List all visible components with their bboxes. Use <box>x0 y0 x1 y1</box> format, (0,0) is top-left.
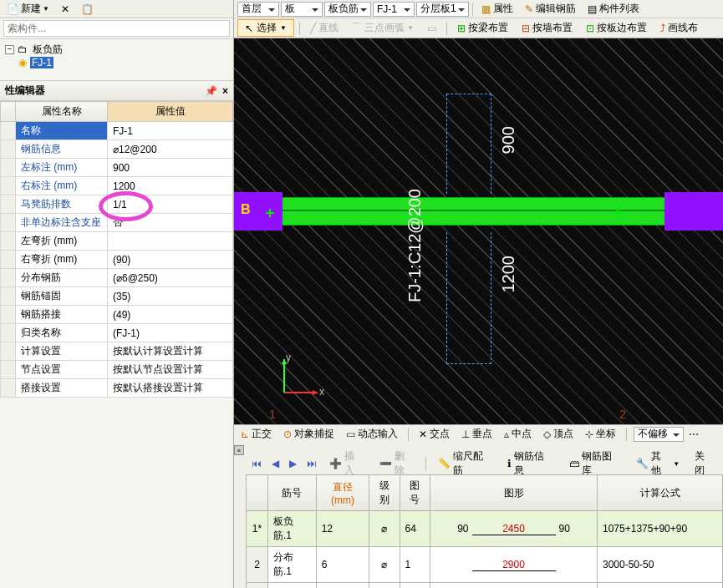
property-value[interactable] <box>108 232 233 251</box>
property-value[interactable]: 按默认节点设置计算 <box>108 361 233 379</box>
property-value[interactable]: 900 <box>108 159 233 177</box>
close-panel-icon[interactable]: × <box>222 85 228 97</box>
osnap-toggle[interactable]: ⊙对象捕捉 <box>280 426 338 442</box>
property-value[interactable]: 按默认计算设置计算 <box>108 342 233 361</box>
property-value[interactable]: FJ-1 <box>108 122 233 140</box>
rebar-info-button[interactable]: ℹ钢筋信息 <box>502 455 558 472</box>
coord-snap[interactable]: ⊹坐标 <box>582 426 619 442</box>
apex-snap[interactable]: ◇顶点 <box>540 426 577 442</box>
delete-button[interactable]: ✕ <box>58 3 73 16</box>
rebar-shape[interactable] <box>430 583 598 589</box>
col-diameter[interactable]: 直径(mm) <box>316 475 369 511</box>
col-rebar-num[interactable]: 筋号 <box>268 475 317 511</box>
property-value[interactable]: ⌀12@200 <box>108 140 233 159</box>
ortho-toggle[interactable]: ⊾正交 <box>237 426 275 442</box>
nav-prev[interactable]: ◀ <box>269 458 282 469</box>
rebar-library-button[interactable]: 🗃钢筋图库 <box>564 455 626 472</box>
edit-rebar-button[interactable]: ✎编辑钢筋 <box>520 1 581 18</box>
rebar-row[interactable]: 3 <box>247 583 723 589</box>
property-row[interactable]: 名称FJ-1 <box>1 122 233 140</box>
property-value[interactable]: 1200 <box>108 177 233 195</box>
rebar-name[interactable]: 板负筋.1 <box>268 511 317 547</box>
property-row[interactable]: 马凳筋排数1/1 <box>1 195 233 214</box>
col-property-name[interactable]: 属性名称 <box>16 102 108 122</box>
rebar-grade[interactable]: ⌀ <box>369 547 400 583</box>
close-button[interactable]: 关闭 <box>690 455 720 472</box>
rebar-name[interactable]: 分布筋.1 <box>268 547 317 583</box>
property-value[interactable]: 按默认搭接设置计算 <box>108 379 233 398</box>
offset-combo[interactable]: 不偏移 <box>634 427 684 442</box>
rebar-name[interactable] <box>268 583 317 589</box>
scale-rebar-button[interactable]: 📏缩尺配筋 <box>433 455 497 472</box>
layer-combo[interactable]: 分层板1 <box>416 2 469 17</box>
property-row[interactable]: 归类名称(FJ-1) <box>1 324 233 342</box>
by-slab-edge-button[interactable]: ⊡按板边布置 <box>581 20 652 37</box>
tree-root[interactable]: − 🗀 板负筋 <box>5 43 228 56</box>
property-row[interactable]: 计算设置按默认计算设置计算 <box>1 342 233 361</box>
property-row[interactable]: 分布钢筋(⌀6@250) <box>1 269 233 287</box>
rebar-fig[interactable]: 1 <box>400 547 430 583</box>
rebar-row[interactable]: 1*板负筋.112⌀64902450901075+1375+90+90 <box>247 511 723 547</box>
by-wall-button[interactable]: ⊟按墙布置 <box>517 20 578 37</box>
component-list-button[interactable]: ▤构件列表 <box>583 1 644 18</box>
rebar-diameter[interactable]: 6 <box>316 547 369 583</box>
perp-snap[interactable]: ⊥垂点 <box>458 426 496 442</box>
rebar-fig[interactable] <box>400 583 430 589</box>
property-row[interactable]: 左弯折 (mm) <box>1 232 233 251</box>
property-value[interactable]: (90) <box>108 251 233 269</box>
dyninput-toggle[interactable]: ▭动态输入 <box>343 426 401 442</box>
rebar-formula[interactable]: 3000-50-50 <box>598 547 723 583</box>
rebar-row[interactable]: 2分布筋.16⌀129003000-50-50 <box>247 547 723 583</box>
nav-next[interactable]: ▶ <box>287 458 299 469</box>
property-row[interactable]: 右弯折 (mm)(90) <box>1 251 233 269</box>
rebar-grade[interactable]: ⌀ <box>369 511 400 547</box>
tree-collapse-icon[interactable]: − <box>5 45 14 54</box>
rebar-shape[interactable]: 2900 <box>430 547 598 583</box>
property-row[interactable]: 搭接设置按默认搭接设置计算 <box>1 379 233 398</box>
rebar-shape[interactable]: 90245090 <box>430 511 598 547</box>
subcategory-combo[interactable]: 板负筋 <box>324 2 371 17</box>
property-row[interactable]: 钢筋信息⌀12@200 <box>1 140 233 159</box>
draw-line-button[interactable]: ⤴画线布 <box>655 20 703 37</box>
floor-combo[interactable]: 首层 <box>237 2 279 17</box>
select-tool[interactable]: ↖选择▼ <box>237 19 294 37</box>
more-icon[interactable]: ⋯ <box>689 428 699 440</box>
col-grade[interactable]: 级别 <box>369 475 400 511</box>
rebar-formula[interactable] <box>598 583 723 589</box>
drawing-canvas[interactable]: 900 1200 FJ-1:C12@200 B 1 2 x y <box>234 38 723 424</box>
category-combo[interactable]: 板 <box>281 2 323 17</box>
col-formula[interactable]: 计算公式 <box>598 475 723 511</box>
tree-child[interactable]: ◉ FJ-1 <box>18 56 228 69</box>
panel-collapse-button[interactable]: « <box>234 445 244 455</box>
other-button[interactable]: 🔧其他▼ <box>631 455 685 472</box>
intersect-snap[interactable]: ✕交点 <box>415 426 453 442</box>
property-row[interactable]: 非单边标注含支座否 <box>1 214 233 232</box>
item-combo[interactable]: FJ-1 <box>373 2 415 17</box>
by-beam-button[interactable]: ⊞按梁布置 <box>452 20 513 37</box>
property-value[interactable]: (49) <box>108 306 233 324</box>
mid-snap[interactable]: ▵中点 <box>501 426 535 442</box>
col-property-value[interactable]: 属性值 <box>108 102 233 122</box>
property-row[interactable]: 节点设置按默认节点设置计算 <box>1 361 233 379</box>
property-value[interactable]: (FJ-1) <box>108 324 233 342</box>
properties-button[interactable]: ▦属性 <box>476 1 518 18</box>
property-value[interactable]: (35) <box>108 287 233 306</box>
property-row[interactable]: 左标注 (mm)900 <box>1 159 233 177</box>
property-row[interactable]: 钢筋搭接(49) <box>1 306 233 324</box>
property-row[interactable]: 钢筋锚固(35) <box>1 287 233 306</box>
nav-first[interactable]: ⏮ <box>249 458 264 469</box>
property-value[interactable]: 1/1 <box>108 195 233 214</box>
rebar-grade[interactable] <box>369 583 400 589</box>
search-input[interactable] <box>3 20 230 37</box>
property-value[interactable]: (⌀6@250) <box>108 269 233 287</box>
pin-icon[interactable]: 📌 <box>205 85 217 97</box>
col-fig[interactable]: 图号 <box>400 475 430 511</box>
rebar-diameter[interactable]: 12 <box>316 511 369 547</box>
property-row[interactable]: 右标注 (mm)1200 <box>1 177 233 195</box>
rebar-fig[interactable]: 64 <box>400 511 430 547</box>
copy-button[interactable]: 📋 <box>78 3 97 16</box>
nav-last[interactable]: ⏭ <box>304 458 319 469</box>
rebar-formula[interactable]: 1075+1375+90+90 <box>598 511 723 547</box>
property-value[interactable]: 否 <box>108 214 233 232</box>
rebar-diameter[interactable] <box>316 583 369 589</box>
